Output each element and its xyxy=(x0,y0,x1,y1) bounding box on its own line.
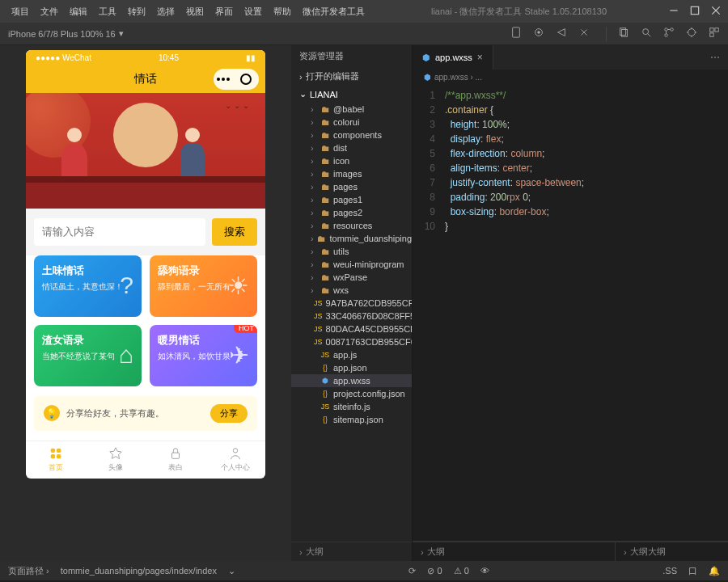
code-editor[interactable]: 12345678910 /**app.wxss**/.container { h… xyxy=(413,85,728,541)
tree-item[interactable]: JS80DACA45CDB955CFE... xyxy=(291,323,412,335)
svg-rect-17 xyxy=(710,33,713,36)
branch-icon[interactable] xyxy=(663,27,675,40)
tree-item[interactable]: JS9A7BA762CDB955CFF... xyxy=(291,297,412,310)
share-icon[interactable] xyxy=(556,27,567,40)
menu-item[interactable]: 界面 xyxy=(210,2,238,21)
feature-card[interactable]: 暖男情话如沐清风，如饮甘泉✈HOT xyxy=(150,325,257,386)
warning-icon[interactable]: ⚠ 0 xyxy=(454,566,469,576)
tree-item[interactable]: {}sitemap.json xyxy=(291,413,412,426)
tree-item[interactable]: ›🖿colorui xyxy=(291,116,412,129)
eye-icon[interactable]: 👁 xyxy=(480,566,489,576)
bell-icon[interactable]: 🔔 xyxy=(709,566,720,576)
phone-navbar: 情话 xyxy=(26,65,265,93)
feature-card[interactable]: 渣女语录当她不经意说了某句⌂ xyxy=(34,325,142,386)
layout-indicator[interactable]: 口 xyxy=(688,565,697,577)
tree-item[interactable]: ›🖿components xyxy=(291,129,412,141)
more-icon[interactable]: ⋯ xyxy=(710,52,720,63)
project-root[interactable]: ⌄LIANAI xyxy=(291,86,412,103)
search-icon[interactable] xyxy=(641,27,652,40)
tree-item[interactable]: ›🖿@babel xyxy=(291,103,412,116)
minimize-icon[interactable] xyxy=(668,5,679,19)
menu-item[interactable]: 选择 xyxy=(152,2,180,21)
share-bar: 💡分享给好友，共享有趣。 分享 xyxy=(34,396,257,431)
tablet-icon[interactable] xyxy=(510,27,522,40)
tree-item[interactable]: ›🖿tommie_duanshiping xyxy=(291,232,412,245)
explorer-panel: 资源管理器 ›打开的编辑器 ⌄LIANAI ›🖿@babel›🖿colorui›… xyxy=(291,45,413,561)
tree-item[interactable]: ›🖿pages2 xyxy=(291,206,412,219)
editor-tabs: ⬢ app.wxss × ⋯ xyxy=(413,45,728,70)
editor-outline[interactable]: ›大纲 xyxy=(413,542,615,561)
open-editors-section[interactable]: ›打开的编辑器 xyxy=(291,67,412,86)
simulator-panel: ●●●●● WeChat 10:45 ▮▮ 情话 ⌄ ⌄ ⌄ 搜索 土味情话情话… xyxy=(0,45,291,561)
svg-point-12 xyxy=(665,34,668,37)
record-icon[interactable] xyxy=(533,27,544,40)
menu-item[interactable]: 微信开发者工具 xyxy=(298,2,370,21)
refresh-icon[interactable]: ⟳ xyxy=(408,566,416,576)
menu-item[interactable]: 帮助 xyxy=(269,2,296,21)
svg-point-11 xyxy=(665,28,668,32)
files-icon[interactable] xyxy=(618,27,629,40)
tree-item[interactable]: ›🖿pages xyxy=(291,180,412,193)
menu-item[interactable]: 文件 xyxy=(36,2,63,21)
tabbar-item[interactable]: 首页 xyxy=(26,441,86,479)
tree-item[interactable]: JS00871763CDB955CF66... xyxy=(291,335,412,348)
share-button[interactable]: 分享 xyxy=(210,404,248,423)
error-icon[interactable]: ⊘ 0 xyxy=(427,566,442,576)
tree-item[interactable]: ›🖿dist xyxy=(291,141,412,154)
tree-item[interactable]: ›🖿icon xyxy=(291,154,412,167)
menu-item[interactable]: 工具 xyxy=(94,2,121,21)
menu-item[interactable]: 视图 xyxy=(181,2,209,21)
breadcrumb[interactable]: ⬢ app.wxss › ... xyxy=(413,70,728,85)
search-row: 搜索 xyxy=(26,209,265,255)
wxss-file-icon: ⬢ xyxy=(422,53,430,63)
extensions-icon[interactable] xyxy=(709,27,720,40)
debug-icon[interactable] xyxy=(686,27,697,40)
title-bar: 项目文件编辑工具转到选择视图界面设置帮助微信开发者工具 lianai - 微信开… xyxy=(0,0,728,23)
device-selector[interactable]: iPhone 6/7/8 Plus 100% 16 ▾ xyxy=(8,28,124,39)
svg-rect-18 xyxy=(51,449,55,453)
tree-item[interactable]: ›🖿wxParse xyxy=(291,271,412,284)
explorer-title: 资源管理器 xyxy=(291,45,412,67)
bulb-icon: 💡 xyxy=(44,405,60,421)
lang-indicator[interactable]: .SS xyxy=(662,566,677,576)
maximize-icon[interactable] xyxy=(689,5,700,19)
search-input[interactable] xyxy=(34,218,205,246)
tree-item[interactable]: ›🖿weui-miniprogram xyxy=(291,258,412,271)
search-button[interactable]: 搜索 xyxy=(212,218,257,246)
tabbar-item[interactable]: 个人中心 xyxy=(205,441,265,479)
chevron-down-icon[interactable]: ⌄ xyxy=(228,566,235,576)
window-title: lianai - 微信开发者工具 Stable 1.05.2108130 xyxy=(370,6,668,18)
editor-tab[interactable]: ⬢ app.wxss × xyxy=(413,45,493,70)
tabbar-item[interactable]: 头像 xyxy=(86,441,146,479)
capsule-button[interactable] xyxy=(214,69,259,90)
outline-section[interactable]: ›大纲 xyxy=(291,542,412,561)
menu-item[interactable]: 编辑 xyxy=(65,2,92,21)
tree-item[interactable]: {}project.config.json xyxy=(291,387,412,400)
tabbar-item[interactable]: 表白 xyxy=(146,441,205,479)
editor-panel: ⬢ app.wxss × ⋯ ⬢ app.wxss › ... 12345678… xyxy=(413,45,728,561)
tree-item[interactable]: {}app.json xyxy=(291,361,412,374)
tree-item[interactable]: JS33C406676D08C8FF5... xyxy=(291,310,412,323)
menu-item[interactable]: 项目 xyxy=(6,2,34,21)
tree-item[interactable]: ›🖿utils xyxy=(291,245,412,258)
menu-item[interactable]: 转到 xyxy=(123,2,150,21)
tree-item[interactable]: JSsiteinfo.js xyxy=(291,400,412,413)
tree-item[interactable]: ›🖿images xyxy=(291,167,412,180)
tree-item[interactable]: ⬢app.wxss xyxy=(291,374,412,387)
feature-card[interactable]: 舔狗语录舔到最后，一无所有☀ xyxy=(150,255,257,317)
svg-rect-16 xyxy=(715,28,718,32)
svg-point-9 xyxy=(643,29,649,35)
tree-item[interactable]: ›🖿resources xyxy=(291,219,412,232)
page-path[interactable]: tommie_duanshiping/pages/index/index xyxy=(61,566,217,576)
page-path-label[interactable]: 页面路径 › xyxy=(8,565,49,577)
tree-item[interactable]: ›🖿pages1 xyxy=(291,193,412,206)
feature-card[interactable]: 土味情话情话虽土，其意也深！? xyxy=(34,255,142,317)
close-icon[interactable] xyxy=(710,5,722,19)
menu-item[interactable]: 设置 xyxy=(239,2,267,21)
editor-outline-right[interactable]: ›大纲大纲 xyxy=(615,542,728,561)
close-tab-icon[interactable]: × xyxy=(477,52,483,63)
tree-item[interactable]: JSapp.js xyxy=(291,348,412,361)
chevron-down-icon: ⌄ xyxy=(299,89,307,99)
cut-icon[interactable] xyxy=(578,27,590,40)
tree-item[interactable]: ›🖿wxs xyxy=(291,284,412,297)
